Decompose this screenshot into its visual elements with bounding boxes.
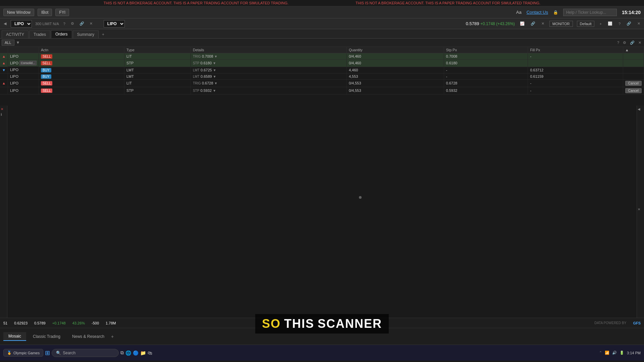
panel-close-icon[interactable]: ✕ bbox=[1, 107, 6, 111]
add-tab-icon[interactable]: + bbox=[111, 334, 114, 339]
row-type: LIT bbox=[124, 79, 191, 87]
tab-trades[interactable]: Trades bbox=[29, 31, 50, 38]
row-cancel-action[interactable]: Cancel bbox=[623, 87, 644, 94]
ticker-lookup-input[interactable] bbox=[563, 9, 617, 16]
network-icon: 📶 bbox=[605, 351, 609, 355]
row-cancel-action[interactable]: Cancel bbox=[623, 79, 644, 87]
close2-icon[interactable]: ✕ bbox=[540, 21, 545, 26]
row-details: TRIG 0.6728 ▼ bbox=[191, 79, 346, 87]
news-research-tab[interactable]: News & Research bbox=[67, 333, 109, 341]
row-symbol: LIPO bbox=[8, 53, 39, 60]
right-side-panel: ◀ ✕ bbox=[637, 106, 644, 318]
row-cancel-action bbox=[623, 67, 644, 73]
cursor-indicator bbox=[359, 196, 362, 199]
settings-icon[interactable]: ⚙ bbox=[70, 21, 75, 26]
windows-search-box[interactable]: 🔍 Search bbox=[52, 349, 119, 357]
folder-icon[interactable]: 📁 bbox=[140, 350, 146, 356]
symbol-arrow-icon[interactable]: ◀ bbox=[3, 21, 7, 26]
cancel-button[interactable]: Cancel bbox=[625, 81, 642, 86]
row-details: STP 0.5932 ▼ bbox=[191, 87, 346, 94]
cancel-button-2[interactable]: Cancel bbox=[625, 88, 642, 93]
row-action: BUY bbox=[39, 67, 124, 73]
row-type: LIT bbox=[124, 53, 191, 60]
col-quantity: Quantity bbox=[346, 47, 444, 53]
row-action: SELL bbox=[39, 87, 124, 94]
new-window-button[interactable]: New Window bbox=[3, 9, 34, 16]
tray-icons: ⌃ bbox=[599, 351, 602, 355]
orders-settings-icon[interactable]: ⚙ bbox=[622, 41, 627, 45]
tab-summary[interactable]: Summary bbox=[73, 31, 99, 38]
add-panel-icon[interactable]: + bbox=[598, 22, 602, 26]
link-icon[interactable]: 🔗 bbox=[78, 21, 85, 26]
fyi-button[interactable]: FYI bbox=[55, 9, 69, 16]
mosaic-tab[interactable]: Mosaic bbox=[3, 332, 26, 341]
classic-trading-tab[interactable]: Classic Trading bbox=[28, 333, 65, 341]
top-toolbar: New Window IBot FYI Aa Contact Us 🔒 15:1… bbox=[0, 6, 644, 18]
olympic-icon: 🏅 bbox=[7, 351, 12, 355]
aa-button[interactable]: Aa bbox=[516, 10, 522, 15]
row-fill-px: 0.61159 bbox=[528, 73, 623, 79]
orders-help-icon[interactable]: ? bbox=[616, 41, 620, 45]
tab-activity[interactable]: ACTIVITY bbox=[2, 31, 29, 38]
tab-orders[interactable]: Orders bbox=[51, 30, 72, 38]
close3-icon[interactable]: ✕ bbox=[636, 21, 641, 26]
default-button[interactable]: Default bbox=[577, 21, 595, 27]
row-stp-px: - bbox=[444, 73, 528, 79]
order-info: 300 LIMIT N/A bbox=[35, 22, 59, 26]
main-content-area: ✕ ℹ ◀ ✕ bbox=[0, 106, 644, 318]
contact-us-button[interactable]: Contact Us bbox=[527, 10, 548, 15]
close-symbol-icon[interactable]: ✕ bbox=[89, 21, 94, 26]
olympic-games-label: Olympic Games bbox=[13, 351, 40, 355]
link3-icon[interactable]: 🔗 bbox=[626, 21, 632, 26]
warning-bar: THIS IS NOT A BROKERAGE ACCOUNT. THIS IS… bbox=[0, 0, 644, 6]
row-indicator bbox=[0, 73, 8, 79]
col-actions: ▲ bbox=[623, 47, 644, 53]
row-stp-px: 0.7008 bbox=[444, 53, 528, 60]
orders-close-icon[interactable]: ✕ bbox=[637, 41, 642, 45]
edge-icon[interactable]: 🌐 bbox=[125, 350, 131, 356]
windows-start-button[interactable]: ⊞ bbox=[45, 349, 50, 357]
tabs-bar: ACTIVITY Trades Orders Summary + bbox=[0, 29, 644, 39]
row-action: SELL bbox=[39, 60, 124, 67]
price-change: +0.1748 (+43.26%) bbox=[480, 21, 515, 26]
side-expand-icon[interactable]: ✕ bbox=[637, 207, 641, 212]
row-indicator: ▲ bbox=[0, 79, 8, 87]
monitor-button[interactable]: MONITOR bbox=[549, 21, 573, 27]
start-menu[interactable]: 🏅 Olympic Games bbox=[3, 349, 43, 357]
link2-icon[interactable]: 🔗 bbox=[530, 21, 536, 26]
ibot-button[interactable]: IBot bbox=[38, 9, 52, 16]
symbol-selector[interactable]: LIPO bbox=[11, 20, 32, 27]
table-row: ▲ LIPOConsolid... SELL STP STP 0.6180 ▼ … bbox=[0, 60, 644, 67]
toolbar-right: Aa Contact Us 🔒 15:14:20 bbox=[516, 9, 641, 16]
row-fill-px bbox=[528, 60, 623, 67]
row-symbol: LIPO bbox=[8, 67, 39, 73]
table-row: ▲ LIPO SELL LIT TRIG 0.7008 ▼ 0/4,460 0.… bbox=[0, 53, 644, 60]
orders-link-icon[interactable]: 🔗 bbox=[629, 41, 636, 45]
symbol-dropdown[interactable]: LIPO bbox=[104, 20, 125, 27]
row-details: LMT 0.6589 ▼ bbox=[191, 73, 346, 79]
row-indicator: ▲ bbox=[0, 53, 8, 60]
chrome-icon[interactable]: 🔵 bbox=[133, 350, 139, 356]
side-collapse-icon[interactable]: ◀ bbox=[637, 106, 644, 113]
price-display: 0.5789 +0.1748 (+43.26%) bbox=[466, 21, 515, 26]
maximize-icon[interactable]: ⬜ bbox=[607, 21, 613, 26]
status-value-7: 1.78M bbox=[106, 321, 116, 325]
store-icon[interactable]: 🛍 bbox=[148, 350, 152, 356]
subtitle-overlay: SO THIS SCANNER bbox=[255, 314, 389, 334]
help-icon[interactable]: ? bbox=[62, 22, 66, 26]
row-details: LMT 0.6725 ▼ bbox=[191, 67, 346, 73]
row-fill-px: - bbox=[528, 79, 623, 87]
tab-add-icon[interactable]: + bbox=[99, 31, 107, 38]
taskview-icon[interactable]: ⧉ bbox=[120, 350, 124, 356]
row-stp-px: 0.6180 bbox=[444, 60, 528, 67]
battery-icon: 🔋 bbox=[620, 351, 624, 355]
table-row: ▼ LIPO BUY LMT LMT 0.6725 ▼ 4,460 - 0.63… bbox=[0, 67, 644, 73]
orders-table: Actn Type Details Quantity Stp Px Fill P… bbox=[0, 47, 644, 95]
col-stp-px: Stp Px bbox=[444, 47, 528, 53]
system-clock[interactable]: 3:14 PM bbox=[627, 351, 641, 355]
chart-icon[interactable]: 📈 bbox=[519, 21, 526, 26]
col-indicator bbox=[0, 47, 8, 53]
col-actn: Actn bbox=[39, 47, 124, 53]
help2-icon[interactable]: ? bbox=[618, 22, 622, 26]
all-filter-button[interactable]: ALL bbox=[2, 40, 14, 46]
